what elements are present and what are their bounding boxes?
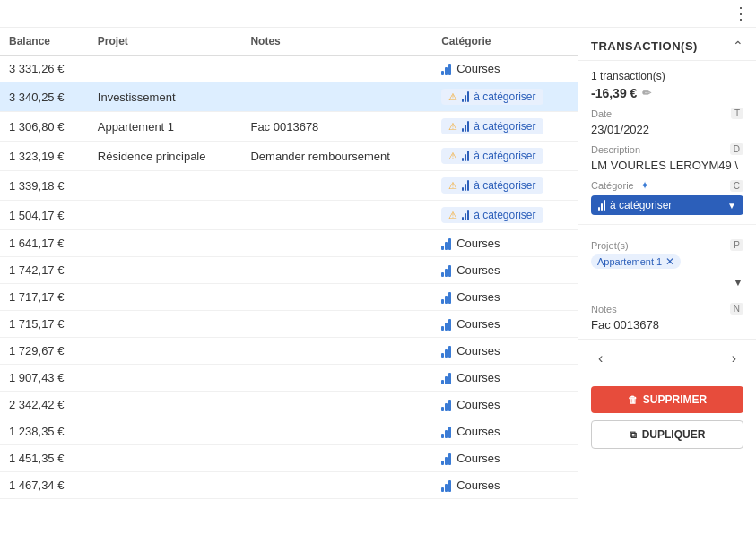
category-bar-icon (441, 452, 451, 465)
category-label: Courses (456, 478, 500, 492)
category-tag-categoriser: ⚠à catégoriser (441, 148, 543, 164)
cell-projet (89, 56, 242, 82)
category-cell: ⚠à catégoriser (441, 118, 569, 134)
cell-notes: Demander remboursement (241, 142, 432, 171)
table-row[interactable]: 1 306,80 €Appartement 1Fac 0013678⚠à cat… (0, 112, 578, 142)
category-bar-icon (462, 121, 469, 132)
date-value: 23/01/2022 (591, 123, 743, 136)
category-bar-icon (462, 151, 469, 161)
cell-category: ⚠à catégoriser (432, 82, 578, 112)
table-row[interactable]: 1 504,17 €⚠à catégoriser (0, 201, 578, 230)
warning-icon: ⚠ (448, 91, 457, 103)
cell-notes (241, 82, 432, 112)
cell-category: Courses (432, 311, 578, 338)
cell-balance: 1 467,34 € (0, 472, 89, 499)
category-label: Courses (456, 317, 500, 331)
category-label: Courses (456, 62, 500, 75)
category-label: à catégoriser (474, 150, 535, 162)
category-label: Courses (456, 263, 500, 277)
table-row[interactable]: 1 467,34 €Courses (0, 472, 578, 499)
cell-notes (241, 257, 432, 284)
category-cell: Courses (441, 263, 569, 277)
category-shortcut: C (730, 180, 743, 192)
warning-icon: ⚠ (448, 180, 457, 192)
transactions-table: Balance Projet Notes Catégorie 3 331,26 … (0, 28, 578, 499)
notes-label: Notes (591, 304, 617, 315)
cell-notes (241, 171, 432, 201)
category-bar-icon (441, 399, 451, 411)
table-row[interactable]: 2 342,42 €Courses (0, 392, 578, 418)
projet-tag: Appartement 1 ✕ (591, 254, 681, 269)
table-row[interactable]: 1 907,43 €Courses (0, 365, 578, 392)
table-row[interactable]: 1 715,17 €Courses (0, 311, 578, 338)
category-label: à catégoriser (474, 90, 535, 103)
warning-icon: ⚠ (448, 151, 457, 162)
prev-button[interactable]: ‹ (591, 347, 610, 370)
category-bar-icon (441, 345, 451, 358)
table-row[interactable]: 3 331,26 €Courses (0, 56, 578, 82)
cell-balance: 3 340,25 € (0, 82, 89, 112)
cell-notes (241, 365, 432, 392)
collapse-icon[interactable]: ⌃ (733, 39, 743, 53)
cell-balance: 1 742,17 € (0, 257, 89, 284)
category-label: à catégoriser (474, 120, 535, 133)
warning-icon: ⚠ (448, 210, 457, 221)
cell-projet (89, 338, 242, 365)
cell-balance: 1 451,35 € (0, 445, 89, 472)
cell-projet: Investissement (89, 82, 242, 112)
cell-category: Courses (432, 472, 578, 499)
cell-notes (241, 445, 432, 472)
category-cell: ⚠à catégoriser (441, 148, 569, 164)
cell-projet (89, 418, 242, 445)
table-row[interactable]: 1 742,17 €Courses (0, 257, 578, 284)
dupliquer-button[interactable]: ⧉ DUPLIQUER (591, 420, 743, 449)
category-field-label: Catégorie ✦ C (591, 179, 743, 192)
category-label: Courses (456, 371, 500, 384)
category-label: Courses (456, 290, 500, 304)
table-row[interactable]: 1 323,19 €Résidence principaleDemander r… (0, 142, 578, 171)
table-row[interactable]: 1 641,17 €Courses (0, 230, 578, 257)
category-label: Courses (456, 398, 500, 411)
cell-notes (241, 338, 432, 365)
category-bar-icon (441, 426, 451, 438)
projet-label: Projet(s) (591, 240, 629, 251)
next-button[interactable]: › (725, 347, 743, 370)
projet-section: Projet(s) P Appartement 1 ✕ (578, 225, 756, 272)
table-row[interactable]: 1 729,67 €Courses (0, 338, 578, 365)
category-cell: Courses (441, 62, 569, 75)
cell-projet (89, 445, 242, 472)
category-bar-icon (598, 200, 605, 211)
cell-category: Courses (432, 56, 578, 82)
table-panel: Balance Projet Notes Catégorie 3 331,26 … (0, 28, 578, 543)
date-shortcut: T (731, 108, 743, 119)
category-tag-categoriser: ⚠à catégoriser (441, 89, 543, 105)
cell-balance: 1 715,17 € (0, 311, 89, 338)
category-select[interactable]: à catégoriser ▼ (591, 195, 743, 215)
projet-tag-remove[interactable]: ✕ (665, 256, 674, 267)
category-label: à catégoriser (474, 179, 535, 192)
supprimer-icon: 🗑 (628, 394, 638, 405)
supprimer-button[interactable]: 🗑 SUPPRIMER (591, 386, 743, 413)
table-row[interactable]: 3 340,25 €Investissement⚠à catégoriser (0, 82, 578, 112)
category-label: Courses (456, 452, 500, 465)
table-row[interactable]: 1 451,35 €Courses (0, 445, 578, 472)
table-row[interactable]: 1 339,18 €⚠à catégoriser (0, 171, 578, 201)
cell-projet (89, 230, 242, 257)
cell-projet (89, 365, 242, 392)
category-bar-icon (441, 63, 451, 75)
cell-balance: 1 907,43 € (0, 365, 89, 392)
description-field-label: Description D (591, 143, 743, 155)
category-label: à catégoriser (474, 209, 535, 221)
cell-projet (89, 257, 242, 284)
cell-category: ⚠à catégoriser (432, 201, 578, 230)
table-header-row: Balance Projet Notes Catégorie (0, 28, 578, 56)
menu-icon[interactable]: ⋮ (733, 4, 749, 23)
notes-section: Notes N Fac 0013678 (578, 289, 756, 339)
col-balance: Balance (0, 28, 89, 56)
cell-category: Courses (432, 257, 578, 284)
table-row[interactable]: 1 717,17 €Courses (0, 284, 578, 311)
category-label: Courses (456, 237, 500, 250)
edit-icon[interactable]: ✏ (642, 87, 651, 99)
table-row[interactable]: 1 238,35 €Courses (0, 418, 578, 445)
projet-add-chevron[interactable]: ▼ (733, 276, 743, 289)
